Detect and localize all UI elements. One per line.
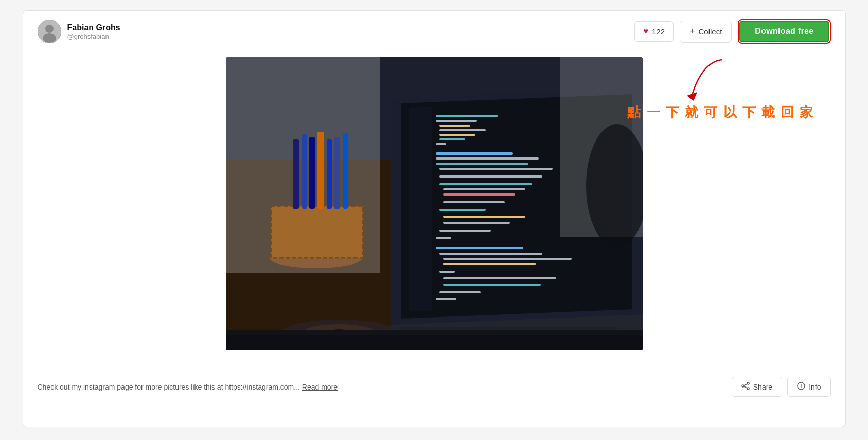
svg-rect-15	[343, 133, 348, 209]
footer-actions: Share i Info	[732, 377, 831, 397]
footer: Check out my instagram page for more pic…	[23, 366, 845, 407]
collect-button[interactable]: + Collect	[680, 21, 732, 43]
svg-rect-37	[443, 222, 510, 224]
user-handle: @grohsfabian	[67, 32, 120, 40]
svg-rect-44	[439, 271, 455, 273]
svg-rect-23	[439, 134, 475, 136]
read-more-link[interactable]: Read more	[302, 383, 338, 391]
user-info: Fabian Grohs @grohsfabian	[38, 20, 120, 43]
svg-point-57	[742, 385, 744, 387]
svg-rect-40	[436, 247, 523, 249]
share-button[interactable]: Share	[732, 377, 782, 397]
page-container: Fabian Grohs @grohsfabian ♥ 122 + Collec…	[23, 10, 846, 427]
avatar-image	[38, 20, 61, 43]
svg-point-56	[747, 388, 749, 390]
svg-rect-24	[439, 138, 465, 140]
download-btn-wrapper: Download free	[738, 19, 830, 44]
svg-line-59	[744, 386, 747, 388]
like-button[interactable]: ♥ 122	[634, 21, 674, 42]
like-count: 122	[652, 27, 665, 36]
svg-rect-26	[436, 152, 513, 155]
svg-rect-33	[443, 193, 515, 196]
header: Fabian Grohs @grohsfabian ♥ 122 + Collec…	[23, 11, 845, 52]
annotation: 點 一 下 就 可 以 下 載 回 家	[627, 103, 814, 121]
svg-rect-10	[302, 134, 307, 209]
header-actions: ♥ 122 + Collect Download free	[634, 19, 830, 44]
svg-rect-41	[439, 253, 542, 255]
collect-label: Collect	[699, 27, 722, 36]
user-text: Fabian Grohs @grohsfabian	[67, 23, 120, 40]
svg-rect-38	[439, 230, 491, 232]
svg-rect-35	[439, 209, 486, 211]
svg-rect-11	[309, 137, 315, 209]
svg-text:i: i	[801, 384, 802, 389]
svg-rect-22	[439, 129, 486, 131]
svg-rect-47	[439, 291, 481, 293]
svg-rect-28	[436, 163, 528, 165]
svg-rect-43	[443, 263, 536, 265]
svg-rect-12	[317, 132, 324, 209]
svg-rect-36	[443, 216, 525, 218]
svg-rect-13	[327, 139, 332, 209]
svg-rect-46	[443, 284, 541, 286]
svg-rect-29	[439, 168, 553, 170]
footer-description: Check out my instagram page for more pic…	[38, 383, 338, 391]
svg-rect-39	[436, 237, 451, 239]
photo-container	[226, 57, 643, 350]
svg-rect-48	[436, 298, 456, 300]
svg-rect-19	[436, 115, 498, 117]
svg-rect-34	[443, 201, 505, 203]
plus-icon: +	[689, 26, 695, 37]
share-icon	[741, 382, 750, 392]
info-icon: i	[797, 382, 805, 392]
svg-rect-45	[443, 277, 556, 279]
photo-inner	[226, 57, 643, 350]
footer-description-text: Check out my instagram page for more pic…	[38, 383, 300, 391]
svg-rect-21	[439, 125, 470, 127]
main-image-area: 點 一 下 就 可 以 下 載 回 家	[23, 52, 845, 361]
annotation-arrow	[665, 57, 727, 105]
annotation-text: 點 一 下 就 可 以 下 載 回 家	[627, 103, 814, 121]
svg-point-2	[43, 33, 56, 43]
svg-rect-9	[293, 139, 299, 209]
svg-rect-14	[334, 137, 340, 209]
user-name: Fabian Grohs	[67, 23, 120, 32]
avatar	[38, 20, 61, 43]
download-button[interactable]: Download free	[739, 21, 829, 42]
svg-rect-25	[436, 143, 446, 145]
info-button[interactable]: i Info	[787, 377, 830, 397]
svg-rect-27	[436, 157, 539, 160]
svg-rect-31	[439, 183, 532, 185]
svg-line-58	[744, 384, 747, 385]
svg-rect-51	[226, 335, 643, 350]
svg-rect-7	[271, 206, 363, 258]
svg-rect-32	[443, 188, 525, 190]
info-label: Info	[809, 383, 821, 391]
svg-rect-20	[436, 120, 477, 122]
svg-rect-30	[439, 175, 542, 178]
heart-icon: ♥	[643, 27, 648, 36]
svg-point-1	[45, 25, 54, 33]
svg-rect-42	[443, 258, 572, 260]
share-label: Share	[753, 383, 772, 391]
svg-point-55	[747, 382, 749, 384]
